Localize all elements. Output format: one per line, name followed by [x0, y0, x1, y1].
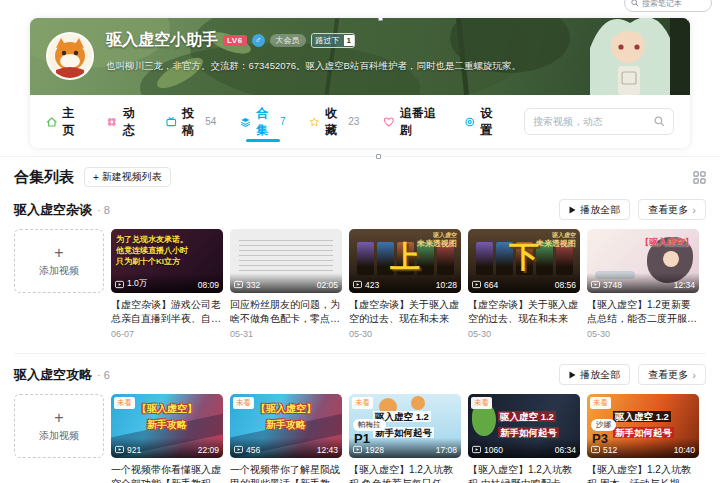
video-title: 【驱入虚空】1.2入坑教程 周本、活动与长期收集【新手教程】第五期 — [587, 463, 699, 483]
clover-icon — [106, 115, 118, 129]
tab-collections[interactable]: 合集 7 — [240, 95, 285, 148]
add-video-card[interactable]: + 添加视频 — [14, 394, 104, 458]
video-thumbnail: 驱入虚空未来透视图 上 423 10:28 — [349, 229, 461, 293]
fan-medal[interactable]: 路过下 1 — [311, 33, 355, 48]
video-stats: 456 12:43 — [230, 438, 342, 458]
video-stats: 1.0万 08:09 — [111, 273, 223, 293]
collection-count: 6 — [97, 369, 110, 381]
view-count: 423 — [365, 280, 379, 290]
selection-handle — [376, 154, 381, 159]
tab-label: 动态 — [123, 105, 143, 139]
play-all-button[interactable]: 播放全部 — [559, 364, 630, 385]
chevron-right-icon: › — [692, 204, 696, 216]
video-date: 05-30 — [349, 329, 461, 339]
tab-favorites[interactable]: 收藏 23 — [309, 95, 359, 148]
play-count-icon — [472, 445, 481, 454]
gear-icon — [464, 115, 476, 129]
space-search[interactable] — [524, 108, 674, 135]
part-label: P1 — [354, 431, 370, 446]
page-title: 合集列表 — [14, 168, 74, 187]
tab-label: 追番追剧 — [400, 105, 440, 139]
video-date: 06-07 — [111, 329, 223, 339]
video-thumbnail: 332 02:05 — [230, 229, 342, 293]
tab-dynamic[interactable]: 动态 — [106, 95, 142, 148]
tab-settings[interactable]: 设置 — [464, 95, 500, 148]
tab-label: 合集 — [256, 105, 275, 139]
video-card[interactable]: 未看 【驱入虚空】新手攻略 456 12:43 一个视频带你了解星陨战甲的那些黑… — [230, 394, 342, 483]
video-card[interactable]: 驱入虚空未来透视图 下 664 08:56 【虚空杂谈】关于驱入虚空的过去、现在… — [468, 229, 580, 339]
part-label: P3 — [592, 431, 608, 446]
tab-count: 54 — [205, 116, 216, 127]
tab-label: 设置 — [480, 105, 500, 139]
video-card[interactable]: 未看 帕梅拉 驱入虚空 1.2新手如何起号 P1 1928 17:08 【驱入虚… — [349, 394, 461, 483]
video-thumbnail: 未看 帕梅拉 驱入虚空 1.2新手如何起号 P1 1928 17:08 — [349, 394, 461, 458]
video-title: 【虚空杂谈】游戏公司老总亲自直播到半夜、自己做的游戏，概率再低也得... — [111, 298, 223, 326]
avatar[interactable] — [46, 32, 94, 80]
video-card[interactable]: 为了兑现水友承诺。 他竟连续直播八小时 只为刷十个KI立方 1.0万 08:09… — [111, 229, 223, 339]
tv-icon — [166, 115, 177, 129]
male-icon: ♂ — [252, 34, 265, 47]
search-icon — [631, 0, 639, 7]
add-video-label: 添加视频 — [39, 264, 79, 278]
play-icon — [569, 206, 576, 214]
vip-badge: 大会员 — [270, 34, 306, 47]
video-date: 05-30 — [587, 329, 699, 339]
collections-panel: 合集列表 + 新建视频列表 驱入虚空杂谈 8 播放全部 查看更多 › — [0, 156, 720, 483]
heart-icon — [383, 115, 395, 129]
video-title: 【驱入虚空】1.2入坑教程 角色推荐与每日任务【新手教程】第三期 — [349, 463, 461, 483]
duration: 17:08 — [436, 445, 457, 455]
video-thumbnail: 未看 【驱入虚空】新手攻略 456 12:43 — [230, 394, 342, 458]
space-nav: 主页 动态 投稿 54 合集 7 收藏 23 追番追剧 设置 — [30, 95, 690, 148]
unwatched-badge: 未看 — [352, 397, 373, 409]
see-more-button[interactable]: 查看更多 › — [638, 364, 706, 385]
selection-handle — [687, 18, 690, 21]
play-count-icon — [234, 280, 243, 289]
plus-icon: + — [54, 410, 63, 426]
video-stats: 921 22:09 — [111, 438, 223, 458]
tab-home[interactable]: 主页 — [46, 95, 82, 148]
video-card[interactable]: 驱入虚空未来透视图 上 423 10:28 【虚空杂谈】关于驱入虚空的过去、现在… — [349, 229, 461, 339]
video-thumbnail: 未看 【驱入虚空】新手攻略 921 22:09 — [111, 394, 223, 458]
video-card[interactable]: 未看 【驱入虚空】新手攻略 921 22:09 一个视频带你看懂驱入虚空全部功能… — [111, 394, 223, 483]
tab-videos[interactable]: 投稿 54 — [166, 95, 216, 148]
user-bio: 也叫柳川三龙，非官方。交流群：673452076。驱入虚空B站百科维护者，同时也… — [106, 60, 540, 73]
play-count-icon — [353, 280, 362, 289]
plus-icon: + — [54, 245, 63, 261]
tab-bangumi[interactable]: 追番追剧 — [383, 95, 439, 148]
see-more-button[interactable]: 查看更多 › — [638, 199, 706, 220]
grid-view-icon[interactable] — [693, 171, 706, 184]
video-card[interactable]: 未看 驱入虚空 1.2新手如何起号 1060 06:34 【驱入虚空】1.2入坑… — [468, 394, 580, 483]
collection-title[interactable]: 驱入虚空杂谈 — [14, 201, 92, 219]
video-title: 【驱入虚空】1.2入坑教程 虫妹绿野虫鸣配卡与实战【新手教程】第四期 — [468, 463, 580, 483]
search-icon[interactable] — [654, 116, 665, 127]
duration: 10:28 — [436, 280, 457, 290]
unwatched-badge: 未看 — [471, 397, 492, 409]
play-count-icon — [234, 445, 243, 454]
video-thumbnail: 未看 沙娜 驱入虚空 1.2新手如何起号 P3 512 10:40 — [587, 394, 699, 458]
page-search-input[interactable]: 搜索笔记本 — [624, 0, 712, 12]
new-playlist-button[interactable]: + 新建视频列表 — [84, 167, 171, 187]
see-more-label: 查看更多 — [648, 203, 688, 217]
view-count: 1928 — [365, 445, 384, 455]
video-card[interactable]: 【驱入虚空】 3748 12:34 【驱入虚空】1.2更新要点总结，能否二度开服… — [587, 229, 699, 339]
layers-icon — [240, 115, 251, 129]
tab-label: 主页 — [63, 105, 83, 139]
duration: 22:09 — [198, 445, 219, 455]
play-count-icon — [353, 445, 362, 454]
duration: 12:34 — [674, 280, 695, 290]
video-card[interactable]: 332 02:05 回应粉丝朋友的问题，为啥不做角色配卡，零点能媒收集？ 05-… — [230, 229, 342, 339]
document-art — [239, 236, 333, 271]
video-card[interactable]: 未看 沙娜 驱入虚空 1.2新手如何起号 P3 512 10:40 【驱入虚空】… — [587, 394, 699, 483]
play-all-button[interactable]: 播放全部 — [559, 199, 630, 220]
video-stats: 332 02:05 — [230, 273, 342, 293]
video-title: 【虚空杂谈】关于驱入虚空的过去、现在和未来 — [349, 298, 461, 326]
view-count: 1060 — [484, 445, 503, 455]
add-video-card[interactable]: + 添加视频 — [14, 229, 104, 293]
space-search-input[interactable] — [533, 116, 650, 127]
collection-title[interactable]: 驱入虚空攻略 — [14, 366, 92, 384]
user-space-card: 驱入虚空小助手 LV6 ♂ 大会员 路过下 1 也叫柳川三龙，非官方。交流群：6… — [30, 18, 690, 148]
character-pill: 沙娜 — [591, 419, 616, 431]
duration: 12:43 — [317, 445, 338, 455]
duration: 02:05 — [317, 280, 338, 290]
username[interactable]: 驱入虚空小助手 — [106, 30, 218, 51]
